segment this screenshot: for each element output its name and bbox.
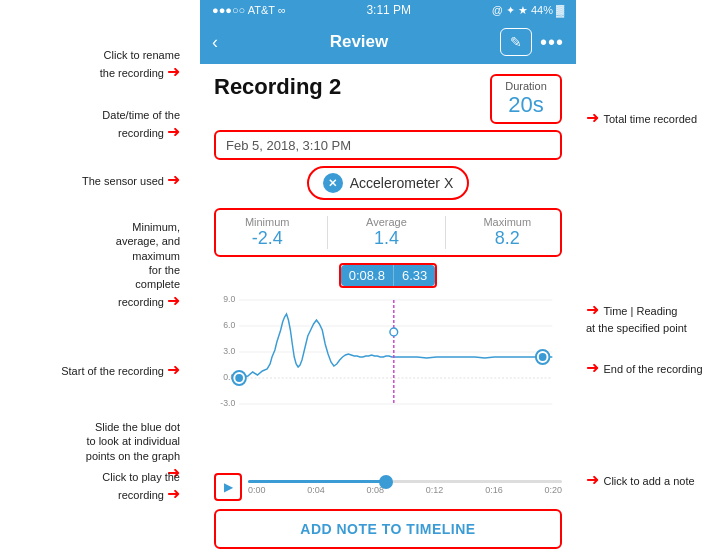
annotation-add-note: ➜ Click to add a note	[586, 470, 695, 491]
timeline-track	[248, 480, 562, 483]
duration-label: Duration	[502, 80, 550, 92]
duration-box: Duration 20s	[490, 74, 562, 124]
time-badge: 0:08.8	[341, 265, 393, 286]
sensor-badge: ✕ Accelerometer X	[307, 166, 469, 200]
timeline-labels: 0:00 0:04 0:08 0:12 0:16 0:20	[248, 485, 562, 495]
stat-maximum-value: 8.2	[483, 228, 531, 249]
status-carrier: ●●●○○ AT&T ∞	[212, 4, 286, 16]
graph-svg: 9.0 6.0 3.0 0.0 -3.0	[214, 292, 562, 422]
nav-back-button[interactable]: ‹	[212, 32, 218, 53]
svg-text:9.0: 9.0	[223, 294, 235, 304]
timeline-slider[interactable]: 0:00 0:04 0:08 0:12 0:16 0:20	[248, 473, 562, 501]
svg-text:3.0: 3.0	[223, 346, 235, 356]
annotation-stats: Minimum, average, and maximum for the co…	[90, 220, 180, 312]
stat-minimum: Minimum -2.4	[245, 216, 290, 249]
sensor-row: ✕ Accelerometer X	[214, 166, 562, 200]
graph-container: 9.0 6.0 3.0 0.0 -3.0	[214, 292, 562, 469]
timeline-thumb[interactable]	[379, 475, 393, 489]
svg-point-15	[390, 328, 398, 336]
add-note-label: ADD NOTE TO TIMELINE	[300, 521, 475, 537]
timeline-fill	[248, 480, 386, 483]
sensor-label: Accelerometer X	[350, 175, 453, 191]
stat-average-value: 1.4	[366, 228, 407, 249]
recording-title: Recording 2	[214, 74, 341, 100]
annotation-total-time: ➜ Total time recorded	[586, 108, 697, 129]
more-icon: •••	[540, 31, 564, 53]
annotation-datetime: Date/time of the recording ➜	[102, 108, 180, 143]
annotation-time-reading: ➜ Time | Reading at the specified point	[586, 300, 687, 335]
nav-title: Review	[330, 32, 389, 52]
stat-maximum: Maximum 8.2	[483, 216, 531, 249]
duration-value: 20s	[502, 92, 550, 118]
annotation-end: ➜ End of the recording	[586, 358, 703, 379]
annotation-start: Start of the recording ➜	[61, 360, 180, 381]
date-text: Feb 5, 2018, 3:10 PM	[226, 138, 351, 153]
status-bar: ●●●○○ AT&T ∞ 3:11 PM @ ✦ ★ 44% ▓	[200, 0, 576, 20]
stats-row: Minimum -2.4 Average 1.4 Maximum 8.2	[214, 208, 562, 257]
nav-actions: ✎ •••	[500, 28, 564, 56]
play-button[interactable]: ▶	[214, 473, 242, 501]
main-content: Recording 2 Duration 20s Feb 5, 2018, 3:…	[200, 64, 576, 557]
stat-average-label: Average	[366, 216, 407, 228]
status-time: 3:11 PM	[366, 3, 411, 17]
time-indicator: 0:08.8 6.33	[214, 263, 562, 288]
sensor-icon: ✕	[323, 173, 343, 193]
status-battery: @ ✦ ★ 44% ▓	[492, 4, 564, 17]
stat-minimum-label: Minimum	[245, 216, 290, 228]
svg-point-13	[539, 353, 547, 361]
edit-icon: ✎	[510, 34, 522, 50]
annotation-rename: Click to rename the recording ➜	[100, 48, 180, 83]
recording-header: Recording 2 Duration 20s	[214, 74, 562, 124]
nav-edit-button[interactable]: ✎	[500, 28, 532, 56]
stat-average: Average 1.4	[366, 216, 407, 249]
stat-minimum-value: -2.4	[245, 228, 290, 249]
date-box: Feb 5, 2018, 3:10 PM	[214, 130, 562, 160]
svg-text:-3.0: -3.0	[220, 398, 235, 408]
svg-point-11	[235, 374, 243, 382]
annotation-play: Click to play the recording ➜	[80, 470, 180, 505]
svg-text:6.0: 6.0	[223, 320, 235, 330]
stat-maximum-label: Maximum	[483, 216, 531, 228]
nav-more-button[interactable]: •••	[540, 31, 564, 54]
add-note-button[interactable]: ADD NOTE TO TIMELINE	[214, 509, 562, 549]
reading-badge: 6.33	[393, 265, 435, 286]
annotation-sensor: The sensor used ➜	[82, 170, 180, 191]
play-icon: ▶	[224, 480, 233, 494]
nav-bar: ‹ Review ✎ •••	[200, 20, 576, 64]
playback-controls: ▶ 0:00 0:04 0:08 0:12 0:16 0:20	[214, 469, 562, 503]
